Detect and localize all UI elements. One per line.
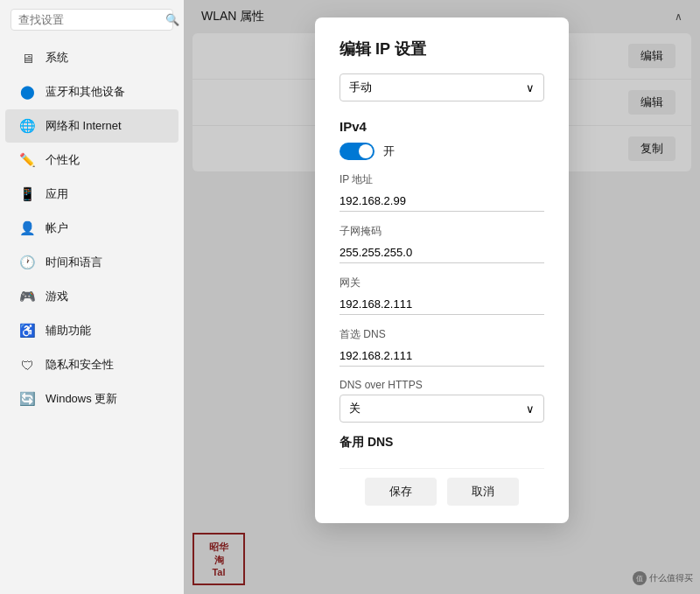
accessibility-icon: ♿ [18,321,37,340]
ipv4-toggle[interactable] [340,143,374,160]
bluetooth-icon: ⬤ [18,82,37,101]
sidebar-item-label: 系统 [46,50,68,66]
sidebar-item-personalization[interactable]: ✏️ 个性化 [5,143,178,177]
sidebar-item-label: 应用 [46,186,68,202]
apps-icon: 📱 [18,185,37,204]
accounts-icon: 👤 [18,219,37,238]
mode-dropdown[interactable]: 手动 ∨ [340,73,544,101]
update-icon: 🔄 [18,389,37,409]
dns-https-value: 关 [349,401,360,416]
sidebar-item-time[interactable]: 🕐 时间和语言 [5,246,178,279]
sidebar-item-label: 个性化 [46,152,80,168]
search-input[interactable] [18,13,165,26]
sidebar-item-accounts[interactable]: 👤 帐户 [5,212,178,245]
sidebar-item-accessibility[interactable]: ♿ 辅助功能 [5,314,178,347]
cancel-button[interactable]: 取消 [447,478,519,506]
mode-value: 手动 [349,80,372,95]
subnet-label: 子网掩码 [340,224,544,239]
sidebar-item-label: 蓝牙和其他设备 [46,84,125,100]
sidebar-item-network[interactable]: 🌐 网络和 Internet [5,109,178,143]
dialog-title: 编辑 IP 设置 [340,38,544,59]
dns-https-label: DNS over HTTPS [340,379,544,391]
personalization-icon: ✏️ [18,150,37,170]
dns-group: 首选 DNS [340,327,544,367]
gaming-icon: 🎮 [18,287,37,306]
sidebar-item-label: 帐户 [46,220,68,236]
privacy-icon: 🛡 [18,355,37,374]
subnet-group: 子网掩码 [340,224,544,263]
sidebar-item-label: 时间和语言 [46,255,102,270]
ipv4-toggle-row: 开 [340,143,544,160]
chevron-down-icon: ∨ [526,402,535,416]
network-icon: 🌐 [18,116,37,136]
edit-ip-dialog: 编辑 IP 设置 手动 ∨ IPv4 开 IP 地址 子网掩码 [315,17,569,523]
sidebar-item-gaming[interactable]: 🎮 游戏 [5,280,178,313]
dialog-footer: 保存 取消 [340,468,544,506]
dns-label: 首选 DNS [340,327,544,342]
sidebar-item-label: 游戏 [46,289,68,304]
sidebar-item-label: 辅助功能 [46,323,91,339]
sidebar-item-label: Windows 更新 [46,391,117,407]
dns-https-dropdown[interactable]: 关 ∨ [340,395,544,423]
ip-input[interactable] [340,191,544,212]
sidebar: 🔍 🖥 系统 ⬤ 蓝牙和其他设备 🌐 网络和 Internet ✏️ 个性化 📱… [0,0,184,594]
search-icon: 🔍 [165,13,179,26]
search-bar[interactable]: 🔍 [10,9,173,31]
system-icon: 🖥 [18,48,37,67]
ip-address-group: IP 地址 [340,172,544,212]
ip-label: IP 地址 [340,172,544,187]
sidebar-item-privacy[interactable]: 🛡 隐私和安全性 [5,348,178,381]
toggle-label: 开 [383,143,395,159]
sidebar-item-label: 网络和 Internet [46,118,122,134]
sidebar-item-windows-update[interactable]: 🔄 Windows 更新 [5,382,178,416]
time-icon: 🕐 [18,253,37,272]
dns-input[interactable] [340,346,544,367]
sidebar-item-system[interactable]: 🖥 系统 [5,41,178,74]
gateway-label: 网关 [340,276,544,290]
dialog-overlay: 编辑 IP 设置 手动 ∨ IPv4 开 IP 地址 子网掩码 [184,0,700,594]
ipv4-section-title: IPv4 [340,119,544,134]
subnet-input[interactable] [340,242,544,263]
main-content: WLAN 属性 ∧ 编辑 编辑 复制 编辑 IP 设置 手动 ∨ IPv4 [184,0,700,594]
gateway-group: 网关 [340,276,544,315]
save-button[interactable]: 保存 [365,478,437,506]
sidebar-item-label: 隐私和安全性 [46,357,114,373]
gateway-input[interactable] [340,294,544,315]
dns-https-group: DNS over HTTPS 关 ∨ [340,379,544,423]
sidebar-item-bluetooth[interactable]: ⬤ 蓝牙和其他设备 [5,75,178,108]
chevron-down-icon: ∨ [526,81,535,94]
sidebar-item-apps[interactable]: 📱 应用 [5,178,178,211]
alternate-dns-title: 备用 DNS [340,435,544,451]
